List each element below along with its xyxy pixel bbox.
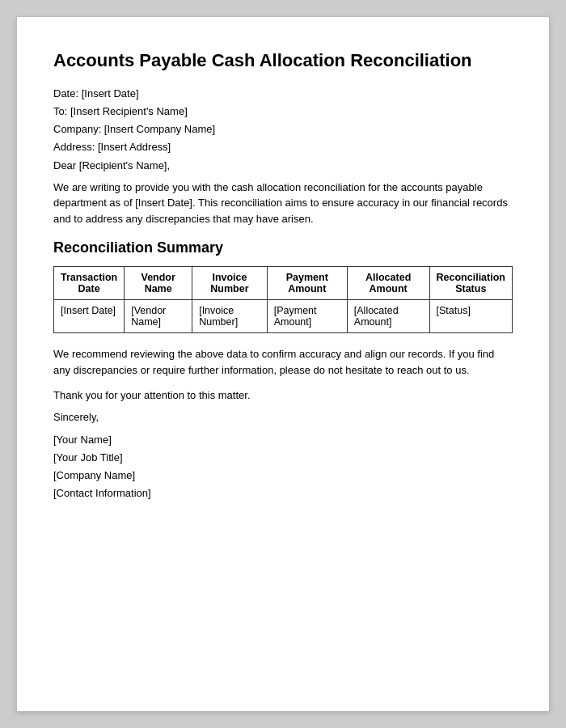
col-reconciliation-status: ReconciliationStatus [429,267,512,300]
col-transaction-date: TransactionDate [54,267,125,300]
signature-block: [Your Name] [Your Job Title] [Company Na… [53,431,513,502]
thank-you: Thank you for your attention to this mat… [53,389,513,401]
closing-paragraph: We recommend reviewing the above data to… [53,346,513,378]
salutation: Dear [Recipient's Name], [53,159,513,171]
table-cell: [Invoice Number] [192,300,268,333]
reconciliation-table: TransactionDate VendorName InvoiceNumber… [53,266,513,333]
col-invoice-number: InvoiceNumber [192,267,268,300]
table-cell: [Status] [429,300,512,333]
table-row: [Insert Date][Vendor Name][Invoice Numbe… [54,300,513,333]
signature-contact: [Contact Information] [53,485,513,502]
table-cell: [Allocated Amount] [347,300,429,333]
table-cell: [Vendor Name] [125,300,192,333]
table-cell: [Insert Date] [54,300,125,333]
col-payment-amount: PaymentAmount [267,267,347,300]
intro-paragraph: We are writing to provide you with the c… [53,180,513,227]
company-line: Company: [Insert Company Name] [53,123,513,135]
col-vendor-name: VendorName [125,267,192,300]
address-line: Address: [Insert Address] [53,141,513,153]
table-header-row: TransactionDate VendorName InvoiceNumber… [54,267,513,300]
document-title: Accounts Payable Cash Allocation Reconci… [53,49,513,73]
date-line: Date: [Insert Date] [53,87,513,99]
table-cell: [Payment Amount] [267,300,347,333]
signature-company: [Company Name] [53,467,513,485]
sincerely: Sincerely, [53,411,513,423]
signature-name: [Your Name] [53,431,513,449]
section-title: Reconciliation Summary [53,239,513,256]
col-allocated-amount: AllocatedAmount [347,267,429,300]
signature-title: [Your Job Title] [53,449,513,467]
document-container: Accounts Payable Cash Allocation Reconci… [16,16,550,712]
to-line: To: [Insert Recipient's Name] [53,105,513,117]
